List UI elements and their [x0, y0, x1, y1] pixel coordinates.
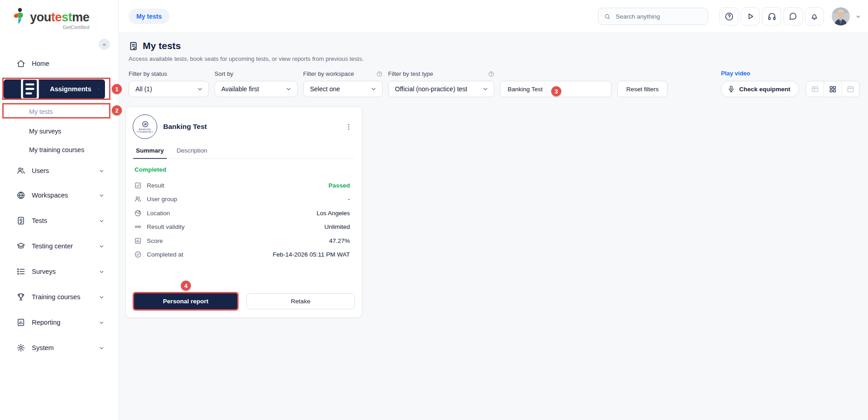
sidebar-item-label: Surveys: [32, 268, 55, 275]
chat-button[interactable]: [783, 7, 803, 25]
sidebar-nav: Home Assignments My tests My surveys My …: [0, 51, 118, 361]
page-subtitle: Access available tests, book seats for u…: [129, 55, 868, 62]
question-circle-icon: [724, 12, 734, 21]
page-title: My tests: [143, 40, 181, 51]
globe-icon: [16, 191, 25, 200]
status-badge: Completed: [135, 166, 362, 173]
play-video-button[interactable]: [741, 7, 760, 25]
sidebar-item-my-tests[interactable]: My tests: [0, 102, 118, 122]
tab-summary[interactable]: Summary: [133, 143, 167, 159]
user-avatar[interactable]: [832, 7, 850, 25]
sidebar-item-surveys[interactable]: Surveys: [0, 259, 118, 284]
result-validity-value: Unlimited: [324, 223, 350, 230]
test-logo-line2: FUNDAMENTALS: [137, 131, 153, 133]
sidebar-item-label: Workspaces: [32, 192, 68, 199]
brand-mark-icon: [12, 7, 27, 30]
check-circle-icon: [134, 251, 142, 258]
detail-row-result-validity: Result validity Unlimited: [134, 220, 350, 234]
calendar-view-toggle[interactable]: [842, 81, 859, 97]
detail-row-completed-at: Completed at Feb-14-2026 05:11 PM WAT: [134, 248, 350, 262]
test-name-input[interactable]: [507, 85, 605, 93]
sort-by-label: Sort by: [215, 70, 298, 77]
help-icon[interactable]: [488, 71, 494, 77]
filter-test-type-label: Filter by test type: [388, 70, 433, 77]
card-tabs: Summary Description: [133, 143, 354, 159]
avatar-photo: [832, 7, 850, 25]
sidebar-item-tests[interactable]: Tests: [0, 208, 118, 233]
completed-at-value: Feb-14-2026 05:11 PM WAT: [273, 251, 350, 258]
sidebar-item-assignments[interactable]: Assignments: [4, 79, 105, 99]
main-content: My tests Access available tests, book se…: [119, 34, 868, 420]
brand-tagline: GetCertified: [63, 25, 90, 30]
search-input[interactable]: [615, 13, 702, 20]
user-group-icon: [134, 195, 142, 203]
support-button[interactable]: [762, 7, 781, 25]
infinity-icon: [134, 223, 142, 231]
score-value: 47.27%: [329, 237, 350, 244]
result-value: Passed: [329, 182, 350, 189]
sidebar-item-testing-center[interactable]: Testing center: [0, 233, 118, 259]
sidebar-item-workspaces[interactable]: Workspaces: [0, 183, 118, 208]
graduation-cap-icon: [16, 242, 25, 251]
app-root: youtestme GetCertified « Home Assignment…: [0, 0, 868, 420]
grid-view-icon: [828, 85, 837, 94]
gear-icon: [16, 343, 25, 352]
chevron-down-icon: [285, 86, 292, 92]
sidebar-item-label: Users: [32, 167, 49, 174]
global-search: [598, 8, 708, 25]
chevron-down-icon: [99, 345, 105, 351]
sidebar-item-label: Home: [32, 60, 50, 67]
test-document-icon: [16, 216, 25, 225]
retake-button[interactable]: Retake: [246, 293, 355, 309]
collapse-sidebar-button[interactable]: «: [99, 39, 110, 50]
globe-icon: [134, 209, 142, 217]
sidebar-item-reporting[interactable]: Reporting: [0, 310, 118, 335]
user-group-value: -: [348, 196, 350, 203]
chevron-down-icon: [99, 193, 105, 198]
location-value: Los Angeles: [316, 210, 350, 217]
chevron-down-icon: [99, 294, 105, 300]
sidebar-item-training-courses[interactable]: Training courses: [0, 284, 118, 310]
personal-report-button[interactable]: Personal report: [134, 293, 237, 309]
score-chart-icon: [134, 237, 142, 245]
card-menu-button[interactable]: [343, 121, 354, 133]
filter-status-select[interactable]: All (1): [129, 81, 209, 97]
filter-workspace-label: Filter by workspace: [303, 70, 354, 77]
filter-test-type-select[interactable]: Official (non-practice) test: [388, 81, 494, 97]
sidebar-item-label: Tests: [32, 217, 47, 224]
sidebar-item-my-training-courses[interactable]: My training courses: [0, 140, 118, 159]
filter-bar: Filter by status All (1) Sort by Availab…: [129, 70, 860, 97]
help-icon[interactable]: [376, 71, 383, 77]
test-details: Result Passed User group - Location Los …: [134, 178, 350, 262]
filter-workspace-select[interactable]: Select one: [303, 81, 383, 97]
chevron-down-icon[interactable]: [855, 14, 861, 20]
report-chart-icon: [16, 318, 25, 327]
sort-by-select[interactable]: Available first: [215, 81, 298, 97]
trophy-icon: [16, 292, 25, 301]
calendar-view-icon: [846, 85, 855, 94]
assignments-icon: [16, 75, 44, 103]
breadcrumb[interactable]: My tests: [129, 9, 170, 24]
sidebar: youtestme GetCertified « Home Assignment…: [0, 0, 119, 420]
headphones-icon: [767, 12, 777, 21]
tab-description[interactable]: Description: [174, 143, 210, 158]
kebab-menu-icon: [345, 123, 353, 131]
sidebar-item-label: Training courses: [32, 293, 80, 301]
microphone-icon: [727, 85, 735, 93]
sidebar-item-users[interactable]: Users: [0, 159, 118, 183]
test-card: BANKING FUNDAMENTALS Banking Test Summar…: [125, 107, 362, 318]
table-view-toggle[interactable]: [806, 81, 823, 97]
play-video-link[interactable]: Play video: [721, 70, 750, 77]
notifications-button[interactable]: [805, 7, 824, 25]
help-button[interactable]: [719, 7, 738, 25]
sidebar-item-label: My surveys: [29, 128, 61, 135]
sidebar-item-system[interactable]: System: [0, 335, 118, 361]
grid-view-toggle[interactable]: [823, 81, 841, 97]
check-equipment-button[interactable]: Check equipment: [721, 81, 799, 97]
sidebar-item-my-surveys[interactable]: My surveys: [0, 122, 118, 140]
sidebar-item-home[interactable]: Home: [0, 51, 118, 76]
chevron-down-icon: [99, 320, 105, 326]
checkbox-check-icon: [134, 182, 142, 189]
reset-filters-button[interactable]: Reset filters: [617, 81, 668, 97]
page-title-icon: [129, 41, 138, 51]
